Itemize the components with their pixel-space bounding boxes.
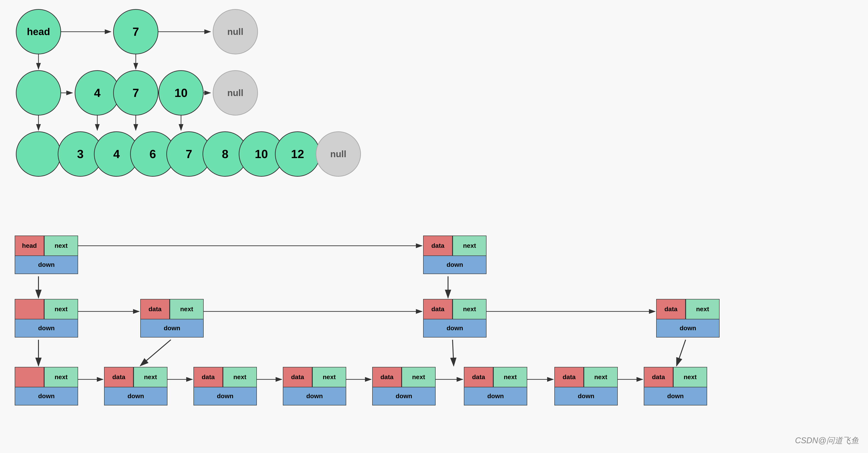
- node-r2-null-label: null: [330, 149, 346, 159]
- svg-line-29: [140, 340, 171, 366]
- nodebox-r1-2-next: next: [453, 299, 487, 319]
- nodebox-r1-0-next: next: [44, 299, 78, 319]
- nodebox-r1-1: data next down: [140, 299, 204, 338]
- nodebox-r0-1-data: data: [423, 235, 453, 256]
- node-r0-7-label: 7: [133, 25, 139, 38]
- nodebox-r2-2-down: down: [193, 387, 257, 405]
- nodebox-r0-1-next: next: [453, 235, 487, 256]
- node-head-label: head: [27, 26, 50, 37]
- nodebox-r0-1-down: down: [423, 256, 487, 274]
- nodebox-r1-3-data: data: [656, 299, 686, 319]
- svg-line-31: [677, 340, 686, 366]
- node-r1-10: 10: [158, 70, 204, 115]
- nodebox-r2-4-down: down: [372, 387, 436, 405]
- nodebox-r2-0-data: [15, 367, 44, 387]
- node-r2-8-label: 8: [222, 147, 228, 161]
- node-r2-12-label: 12: [291, 147, 304, 161]
- node-r1-7: 7: [113, 70, 158, 115]
- nodebox-r2-4: data next down: [372, 367, 436, 405]
- nodebox-r1-1-next: next: [170, 299, 204, 319]
- nodebox-r2-6: data next down: [554, 367, 618, 405]
- node-r2-null: null: [316, 131, 361, 177]
- nodebox-r1-2-down: down: [423, 319, 487, 338]
- node-r1-7-label: 7: [133, 86, 139, 100]
- nodebox-r2-5-down: down: [464, 387, 527, 405]
- node-r1-null-label: null: [227, 88, 243, 98]
- nodebox-r2-1: data next down: [104, 367, 167, 405]
- nodebox-r1-0-data: [15, 299, 44, 319]
- nodebox-r2-0-down: down: [15, 387, 78, 405]
- nodebox-r2-0-next: next: [44, 367, 78, 387]
- nodebox-r2-5-next: next: [493, 367, 527, 387]
- nodebox-r1-3: data next down: [656, 299, 719, 338]
- nodebox-r2-7-data: data: [644, 367, 673, 387]
- node-r0-null-label: null: [227, 27, 243, 37]
- nodebox-r2-3-down: down: [283, 387, 346, 405]
- node-r2-10-label: 10: [255, 147, 268, 161]
- nodebox-r0-0-head: head: [15, 235, 44, 256]
- nodebox-r2-1-down: down: [104, 387, 167, 405]
- nodebox-r1-3-down: down: [656, 319, 719, 338]
- nodebox-r2-0: next down: [15, 367, 78, 405]
- nodebox-r2-6-data: data: [554, 367, 584, 387]
- nodebox-r2-4-next: next: [402, 367, 436, 387]
- node-r2-blank: [16, 131, 61, 177]
- nodebox-r1-1-data: data: [140, 299, 170, 319]
- node-r2-3-label: 3: [77, 147, 84, 161]
- nodebox-r2-4-data: data: [372, 367, 402, 387]
- nodebox-r2-7-down: down: [644, 387, 707, 405]
- nodebox-r2-7: data next down: [644, 367, 707, 405]
- node-r1-null: null: [213, 70, 258, 115]
- watermark: CSDN@问道飞鱼: [795, 435, 859, 446]
- nodebox-r1-3-next: next: [686, 299, 719, 319]
- nodebox-r2-2-data: data: [193, 367, 223, 387]
- nodebox-r2-5-data: data: [464, 367, 493, 387]
- svg-line-30: [453, 340, 454, 366]
- nodebox-r2-3: data next down: [283, 367, 346, 405]
- node-r1-blank: [16, 70, 61, 115]
- nodebox-r2-1-data: data: [104, 367, 133, 387]
- nodebox-r1-2: data next down: [423, 299, 487, 338]
- node-head: head: [16, 9, 61, 54]
- node-r2-4-label: 4: [113, 147, 120, 161]
- nodebox-r1-1-down: down: [140, 319, 204, 338]
- node-r1-4-label: 4: [94, 86, 101, 100]
- node-r0-null: null: [213, 9, 258, 54]
- nodebox-r2-2: data next down: [193, 367, 257, 405]
- nodebox-r2-2-next: next: [223, 367, 257, 387]
- node-r2-12: 12: [275, 131, 320, 177]
- nodebox-r1-0-down: down: [15, 319, 78, 338]
- node-r0-7: 7: [113, 9, 158, 54]
- nodebox-r0-0: head next down: [15, 235, 78, 274]
- nodebox-r2-6-down: down: [554, 387, 618, 405]
- nodebox-r1-2-data: data: [423, 299, 453, 319]
- nodebox-r2-7-next: next: [673, 367, 707, 387]
- nodebox-r0-1: data next down: [423, 235, 487, 274]
- nodebox-r0-0-next: next: [44, 235, 78, 256]
- nodebox-r2-6-next: next: [584, 367, 618, 387]
- node-r1-10-label: 10: [175, 86, 188, 100]
- nodebox-r0-0-down: down: [15, 256, 78, 274]
- node-r2-7-label: 7: [186, 147, 192, 161]
- nodebox-r2-1-next: next: [133, 367, 167, 387]
- nodebox-r2-3-next: next: [312, 367, 346, 387]
- node-r2-6-label: 6: [150, 147, 156, 161]
- nodebox-r1-0: next down: [15, 299, 78, 338]
- nodebox-r2-5: data next down: [464, 367, 527, 405]
- nodebox-r2-3-data: data: [283, 367, 312, 387]
